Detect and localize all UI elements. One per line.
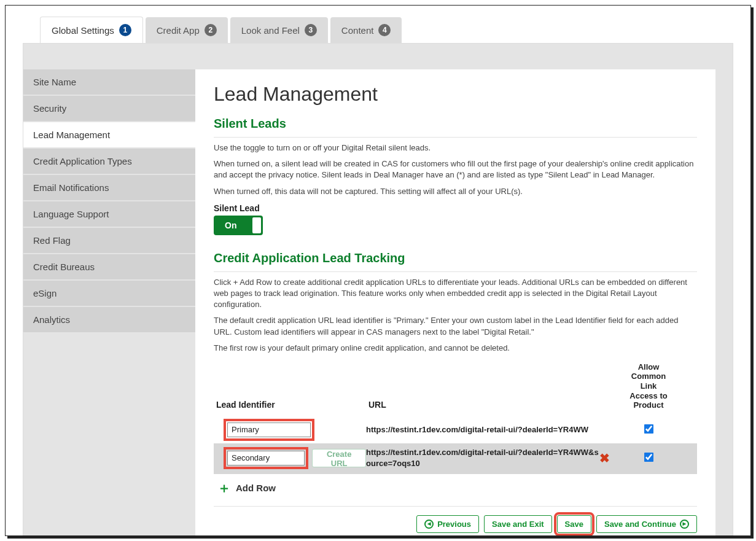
sidebar-item-label: Email Notifications: [33, 182, 109, 193]
lead-identifier-input[interactable]: [227, 422, 311, 437]
sidebar-item-label: Credit Application Types: [33, 156, 132, 166]
tracking-desc: The first row is your default primary on…: [214, 343, 697, 354]
main-content: Lead Management Silent Leads Use the tog…: [195, 69, 715, 536]
tab-label: Global Settings: [52, 25, 114, 36]
tracking-desc: The default credit application URL lead …: [214, 315, 697, 337]
silent-leads-desc: When turned on, a silent lead will be cr…: [214, 158, 697, 181]
lead-identifier-highlight: [224, 447, 308, 469]
save-and-exit-button[interactable]: Save and Exit: [484, 515, 552, 533]
tab-label: Credit App: [157, 25, 200, 36]
sidebar-item-label: Credit Bureaus: [33, 262, 95, 272]
sidebar-item-label: Language Support: [33, 209, 109, 219]
page-title: Lead Management: [214, 83, 697, 106]
footer-buttons: ◄ Previous Save and Exit Save Save and C…: [214, 515, 697, 533]
table-row: Create URL https://testint.r1dev.com/dig…: [214, 443, 697, 474]
sidebar-item-red-flag[interactable]: Red Flag: [23, 228, 195, 253]
table-row: https://testint.r1dev.com/digital-retail…: [214, 416, 697, 443]
divider: [214, 506, 697, 507]
sidebar-item-label: Red Flag: [33, 235, 71, 246]
top-tabs: Global Settings 1 Credit App 2 Look and …: [6, 6, 750, 43]
plus-icon: ＋: [217, 481, 231, 495]
save-and-continue-button[interactable]: Save and Continue ►: [596, 515, 697, 533]
silent-leads-heading: Silent Leads: [214, 117, 697, 131]
sidebar-item-email-notifications[interactable]: Email Notifications: [23, 175, 195, 200]
silent-leads-desc: When turned off, this data will not be c…: [214, 186, 697, 197]
col-header-lead-identifier: Lead Identifier: [214, 400, 366, 416]
tab-badge: 3: [305, 24, 317, 36]
app-frame: Global Settings 1 Credit App 2 Look and …: [5, 5, 751, 536]
button-label: Save and Exit: [492, 520, 544, 529]
button-label: Save: [565, 520, 583, 529]
url-cell: https://testint.r1dev.com/digital-retail…: [366, 447, 599, 469]
sidebar-item-label: Site Name: [33, 77, 76, 87]
sidebar-item-language-support[interactable]: Language Support: [23, 201, 195, 227]
divider: [214, 137, 697, 138]
sidebar: Site Name Security Lead Management Credi…: [23, 44, 195, 536]
table-header-row: Lead Identifier URL Allow Common Link Ac…: [214, 362, 697, 416]
sidebar-item-credit-application-types[interactable]: Credit Application Types: [23, 149, 195, 174]
col-header-allow: Allow Common Link Access to Product: [624, 362, 673, 416]
tab-credit-app[interactable]: Credit App 2: [146, 17, 228, 43]
tab-global-settings[interactable]: Global Settings 1: [40, 17, 143, 43]
silent-leads-desc: Use the toggle to turn on or off your Di…: [214, 142, 697, 154]
sidebar-item-lead-management[interactable]: Lead Management: [23, 122, 195, 147]
col-header-url: URL: [366, 400, 599, 416]
content-panel: Site Name Security Lead Management Credi…: [23, 43, 733, 536]
save-button[interactable]: Save: [557, 515, 591, 533]
silent-lead-toggle[interactable]: On: [214, 216, 263, 235]
toggle-state-label: On: [225, 220, 236, 230]
tracking-desc: Click + Add Row to create additional cre…: [214, 277, 697, 311]
add-row-label: Add Row: [236, 483, 276, 493]
url-cell: https://testint.r1dev.com/digital-retail…: [366, 424, 599, 435]
sidebar-item-site-name[interactable]: Site Name: [23, 69, 195, 95]
toggle-knob: [252, 217, 261, 233]
silent-lead-toggle-label: Silent Lead: [214, 203, 697, 213]
lead-identifier-input[interactable]: [227, 451, 305, 465]
col-header-delete: [599, 410, 624, 416]
previous-button[interactable]: ◄ Previous: [416, 515, 479, 533]
lead-identifier-highlight: [224, 419, 314, 441]
sidebar-item-label: Analytics: [33, 314, 70, 325]
lead-identifier-cell: [214, 419, 366, 441]
tab-look-and-feel[interactable]: Look and Feel 3: [230, 17, 328, 43]
tab-label: Content: [341, 25, 374, 36]
tab-badge: 4: [378, 24, 391, 36]
button-label: Save and Continue: [604, 520, 676, 529]
tab-content[interactable]: Content 4: [330, 17, 402, 43]
lead-identifier-cell: Create URL: [214, 447, 366, 469]
allow-cell: [624, 453, 673, 463]
sidebar-item-label: eSign: [33, 288, 57, 298]
arrow-right-icon: ►: [680, 520, 689, 529]
create-url-button[interactable]: Create URL: [312, 449, 366, 467]
allow-checkbox[interactable]: [644, 453, 653, 462]
allow-checkbox[interactable]: [644, 424, 653, 434]
sidebar-item-security[interactable]: Security: [23, 96, 195, 121]
delete-cell: ✖: [599, 451, 624, 465]
tab-badge: 1: [119, 24, 131, 36]
button-label: Previous: [437, 520, 471, 529]
url-text: https://testint.r1dev.com/digital-retail…: [366, 425, 588, 434]
sidebar-item-esign[interactable]: eSign: [23, 281, 195, 306]
tracking-heading: Credit Application Lead Tracking: [214, 251, 697, 265]
lead-table: Lead Identifier URL Allow Common Link Ac…: [214, 362, 697, 474]
sidebar-item-credit-bureaus[interactable]: Credit Bureaus: [23, 254, 195, 279]
tab-label: Look and Feel: [241, 25, 300, 36]
allow-cell: [624, 425, 673, 435]
sidebar-item-label: Security: [33, 103, 66, 114]
add-row-button[interactable]: ＋ Add Row: [217, 481, 276, 495]
arrow-left-icon: ◄: [424, 520, 434, 529]
url-text: https://testint.r1dev.com/digital-retail…: [366, 448, 599, 468]
sidebar-item-analytics[interactable]: Analytics: [23, 307, 195, 332]
divider: [214, 271, 697, 272]
tab-badge: 2: [205, 24, 217, 36]
delete-icon[interactable]: ✖: [599, 451, 610, 465]
sidebar-item-label: Lead Management: [33, 130, 110, 140]
